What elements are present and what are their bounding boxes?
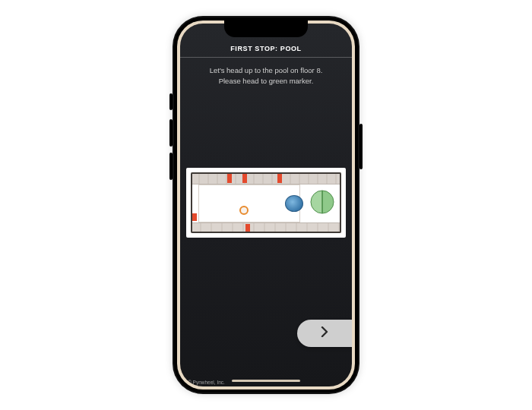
app-screen: FIRST STOP: POOL Let's head up to the po…: [180, 24, 352, 386]
floorplan-highlight-room: [277, 174, 282, 183]
side-button-volume-up: [169, 119, 173, 147]
footer-credit: © Pynwheel, Inc.: [188, 380, 225, 385]
side-button-volume-down: [169, 153, 173, 180]
pool-icon: [285, 195, 303, 212]
floorplan-highlight-room: [192, 213, 197, 221]
side-button-mute: [169, 93, 173, 110]
next-button[interactable]: [297, 320, 352, 347]
side-button-right: [359, 124, 363, 169]
phone-notch: [224, 20, 308, 37]
floorplan-highlight-room: [245, 224, 250, 232]
current-location-marker-icon: [239, 206, 249, 215]
instructions-text: Let's head up to the pool on floor 8. Pl…: [180, 58, 352, 87]
phone-frame: FIRST STOP: POOL Let's head up to the po…: [174, 17, 358, 393]
floorplan-highlight-room: [242, 174, 247, 183]
floorplan-highlight-room: [227, 174, 232, 183]
home-indicator: [232, 380, 300, 382]
destination-green-marker-icon: [309, 189, 335, 215]
chevron-right-icon: [320, 326, 329, 340]
phone-bezel: FIRST STOP: POOL Let's head up to the po…: [177, 20, 355, 390]
instructions-line-2: Please head to green marker.: [191, 76, 341, 87]
instructions-line-1: Let's head up to the pool on floor 8.: [191, 65, 341, 76]
floorplan-map[interactable]: [186, 168, 346, 238]
